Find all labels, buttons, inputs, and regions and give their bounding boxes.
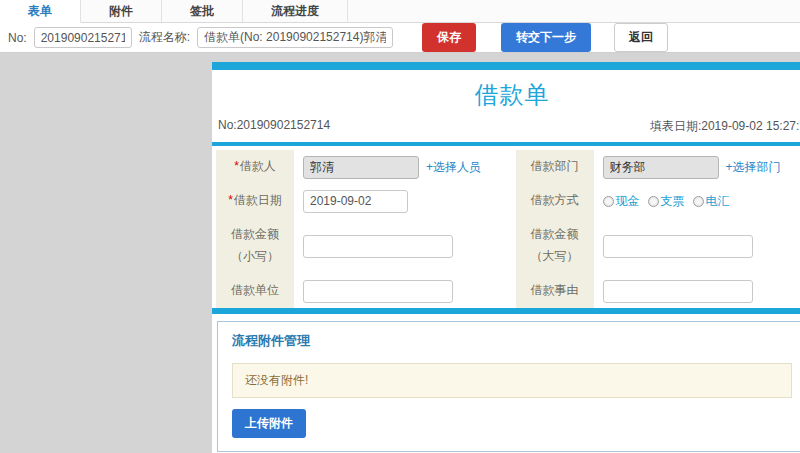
process-name-label: 流程名称: <box>139 29 190 46</box>
department-input[interactable] <box>603 156 719 179</box>
unit-input[interactable] <box>303 280 453 303</box>
row-borrow-date: *借款日期 <box>216 184 509 218</box>
form-grid: *借款人 +选择人员 *借款日期 借款金额（小写） <box>212 146 800 308</box>
method-label: 借款方式 <box>516 184 594 218</box>
attachment-heading: 流程附件管理 <box>232 332 792 350</box>
loan-form-panel: 借款单 No:20190902152714 填表日期:2019-09-02 15… <box>212 62 800 453</box>
department-label: 借款部门 <box>516 150 594 184</box>
reason-label: 借款事由 <box>516 274 594 308</box>
radio-check[interactable]: 支票 <box>648 193 685 210</box>
required-asterisk: * <box>228 193 233 207</box>
back-button[interactable]: 返回 <box>614 23 668 52</box>
process-name-input[interactable] <box>197 27 393 48</box>
doc-number: No:20190902152714 <box>218 118 330 135</box>
amount-lower-label: 借款金额（小写） <box>216 218 294 274</box>
select-person-link[interactable]: +选择人员 <box>426 159 481 176</box>
no-attachment-alert: 还没有附件! <box>232 363 792 398</box>
row-amount-lower: 借款金额（小写） <box>216 218 509 274</box>
row-unit: 借款单位 <box>216 274 509 308</box>
upload-attachment-button[interactable]: 上传附件 <box>232 409 306 438</box>
required-asterisk: * <box>234 159 239 173</box>
tab-approval[interactable]: 签批 <box>162 0 243 22</box>
radio-icon[interactable] <box>648 196 659 207</box>
tab-form[interactable]: 表单 <box>0 0 81 23</box>
fill-date: 填表日期:2019-09-02 15:27:1 <box>650 118 800 135</box>
radio-icon[interactable] <box>693 196 704 207</box>
save-button[interactable]: 保存 <box>422 23 476 52</box>
row-borrower: *借款人 +选择人员 <box>216 150 509 184</box>
reason-input[interactable] <box>603 280 753 303</box>
row-department: 借款部门 +选择部门 <box>516 150 800 184</box>
amount-lower-input[interactable] <box>303 235 453 258</box>
row-amount-upper: 借款金额（大写） <box>516 218 800 274</box>
no-input[interactable] <box>34 27 132 48</box>
form-col-left: *借款人 +选择人员 *借款日期 借款金额（小写） <box>216 150 509 308</box>
method-radio-group: 现金 支票 电汇 <box>603 193 730 210</box>
blue-divider-bottom <box>212 308 800 314</box>
tab-process-progress[interactable]: 流程进度 <box>243 0 348 22</box>
borrower-label: *借款人 <box>216 150 294 184</box>
unit-label: 借款单位 <box>216 274 294 308</box>
radio-icon[interactable] <box>603 196 614 207</box>
borrow-date-input[interactable] <box>303 190 408 213</box>
borrow-date-label: *借款日期 <box>216 184 294 218</box>
radio-wire[interactable]: 电汇 <box>693 193 730 210</box>
no-label: No: <box>8 31 27 45</box>
radio-cash[interactable]: 现金 <box>603 193 640 210</box>
row-reason: 借款事由 <box>516 274 800 308</box>
borrower-input[interactable] <box>303 156 419 179</box>
row-method: 借款方式 现金 支票 电汇 <box>516 184 800 218</box>
form-col-right: 借款部门 +选择部门 借款方式 现金 支票 <box>516 150 800 308</box>
attachment-section: 流程附件管理 还没有附件! 上传附件 <box>217 321 800 452</box>
top-tab-bar: 表单 附件 签批 流程进度 <box>0 0 800 23</box>
forward-next-step-button[interactable]: 转交下一步 <box>501 23 591 52</box>
amount-upper-input[interactable] <box>603 235 753 258</box>
amount-upper-label: 借款金额（大写） <box>516 218 594 274</box>
command-row: No: 流程名称: 保存 转交下一步 返回 <box>0 23 800 53</box>
tab-attachments[interactable]: 附件 <box>81 0 162 22</box>
page-title: 借款单 <box>212 70 800 116</box>
select-department-link[interactable]: +选择部门 <box>726 159 781 176</box>
